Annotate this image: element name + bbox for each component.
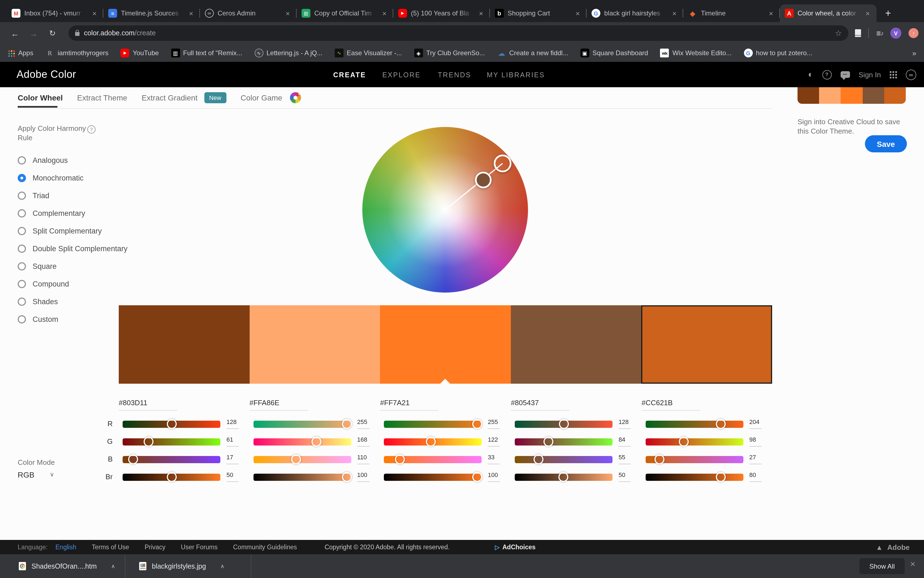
bookmark-item[interactable]: Wix Website Edito... — [660, 49, 732, 57]
slider-value[interactable]: 128 — [618, 419, 629, 425]
bookmarks-overflow-icon[interactable]: » — [913, 49, 916, 57]
harmony-option[interactable]: Triad — [18, 187, 128, 204]
slider-handle[interactable] — [559, 472, 569, 482]
hex-value[interactable]: #CC621B — [641, 399, 772, 407]
radio-icon[interactable] — [18, 191, 26, 200]
footer-link[interactable]: Terms of Use — [92, 544, 129, 550]
close-downloads-icon[interactable] — [910, 559, 916, 569]
feedback-chat-icon[interactable] — [840, 71, 850, 78]
harmony-option[interactable]: Split Complementary — [18, 222, 128, 240]
browser-tab[interactable]: black girl hairstyles — [587, 5, 683, 22]
slider-handle[interactable] — [543, 437, 553, 446]
bookmark-item[interactable]: Full text of "Remix... — [171, 49, 242, 57]
language-link[interactable]: English — [55, 544, 76, 550]
radio-icon[interactable] — [18, 297, 26, 305]
slider-value[interactable]: 80 — [749, 471, 756, 478]
slider-value[interactable]: 122 — [488, 436, 498, 443]
browser-tab[interactable]: (5) 100 Years of Bla — [393, 5, 490, 22]
harmony-option[interactable]: Complementary — [18, 204, 128, 222]
slider-track-b[interactable] — [515, 456, 613, 463]
forward-icon[interactable] — [29, 28, 39, 38]
slider-track-r[interactable] — [515, 421, 613, 428]
nav-my-libraries[interactable]: MY LIBRARIES — [487, 71, 545, 79]
profile-avatar[interactable]: V — [890, 28, 901, 39]
url-text[interactable]: color.adobe.com/create — [84, 29, 156, 37]
slider-handle[interactable] — [679, 437, 689, 446]
slider-track-g[interactable] — [515, 438, 613, 445]
creative-cloud-icon[interactable] — [906, 69, 916, 80]
slider-handle[interactable] — [128, 455, 138, 464]
browser-tab[interactable]: Timeline.js Sources — [103, 5, 200, 22]
slider-track-g[interactable] — [253, 438, 351, 445]
radio-icon[interactable] — [18, 156, 26, 164]
radio-icon[interactable] — [18, 315, 26, 323]
brand-logo[interactable]: Adobe Color — [16, 68, 76, 81]
close-tab-icon[interactable] — [381, 9, 388, 17]
harmony-help-icon[interactable] — [87, 125, 96, 133]
close-tab-icon[interactable] — [670, 9, 678, 17]
radio-icon[interactable] — [18, 209, 26, 217]
wheel-handle-secondary[interactable] — [475, 172, 491, 188]
show-all-button[interactable]: Show All — [859, 558, 904, 574]
sign-in-link[interactable]: Sign In — [859, 70, 881, 79]
download-item[interactable]: blackgirlstyles.jpg — [139, 554, 224, 578]
hex-value[interactable]: #FF7A21 — [380, 399, 511, 407]
close-tab-icon[interactable] — [574, 9, 582, 17]
harmony-option[interactable]: Monochromatic — [18, 169, 128, 187]
slider-value[interactable]: 255 — [488, 419, 498, 425]
slider-handle[interactable] — [559, 419, 569, 429]
footer-link[interactable]: User Forums — [181, 544, 218, 550]
harmony-option[interactable]: Shades — [18, 292, 128, 310]
close-tab-icon[interactable] — [864, 9, 872, 17]
contrast-icon[interactable] — [808, 70, 813, 80]
slider-value[interactable]: 110 — [357, 454, 367, 460]
hex-value[interactable]: #FFA86E — [249, 399, 380, 407]
address-bar[interactable]: color.adobe.com/create — [68, 25, 849, 41]
color-swatch[interactable] — [119, 305, 249, 384]
slider-track-br[interactable] — [645, 474, 743, 481]
slider-handle[interactable] — [342, 472, 351, 482]
bookmark-item[interactable]: Apps — [8, 49, 33, 57]
bookmark-item[interactable]: YouTube — [121, 49, 159, 57]
help-icon[interactable] — [822, 70, 831, 79]
slider-value[interactable]: 204 — [749, 419, 760, 425]
new-tab-button[interactable]: + — [880, 5, 896, 22]
extension-playlist-icon[interactable] — [876, 29, 883, 37]
nav-trends[interactable]: TRENDS — [438, 71, 472, 79]
slider-value[interactable]: 61 — [226, 436, 233, 443]
slider-track-r[interactable] — [384, 421, 482, 428]
slider-track-br[interactable] — [123, 474, 220, 481]
slider-value[interactable]: 168 — [357, 436, 367, 443]
slider-track-br[interactable] — [515, 474, 613, 481]
radio-icon[interactable] — [18, 244, 26, 253]
back-icon[interactable] — [10, 28, 20, 38]
harmony-option[interactable]: Custom — [18, 310, 128, 328]
radio-icon[interactable] — [18, 279, 26, 288]
lock-icon[interactable] — [75, 32, 80, 36]
slider-track-r[interactable] — [253, 421, 351, 428]
slider-value[interactable]: 27 — [749, 454, 756, 460]
nav-create[interactable]: CREATE — [333, 71, 366, 79]
slider-value[interactable]: 84 — [618, 436, 625, 443]
tab-extract-gradient[interactable]: Extract Gradient — [142, 93, 197, 102]
slider-handle[interactable] — [143, 437, 153, 446]
browser-tab[interactable]: Copy of Official Tim — [296, 5, 393, 22]
slider-value[interactable]: 17 — [226, 454, 233, 460]
slider-value[interactable]: 100 — [357, 471, 367, 478]
footer-link[interactable]: Privacy — [145, 544, 166, 550]
browser-tab[interactable]: Timeline — [683, 5, 780, 22]
slider-handle[interactable] — [654, 455, 664, 464]
slider-handle[interactable] — [291, 455, 301, 464]
chrome-update-icon[interactable] — [909, 28, 919, 38]
harmony-option[interactable]: Double Split Complementary — [18, 240, 128, 257]
slider-handle[interactable] — [472, 419, 482, 429]
color-swatch[interactable] — [511, 305, 641, 384]
tab-extract-theme[interactable]: Extract Theme — [77, 93, 127, 102]
slider-handle[interactable] — [167, 419, 177, 429]
hex-value[interactable]: #803D11 — [119, 399, 249, 407]
app-grid-icon[interactable] — [890, 71, 897, 78]
slider-track-r[interactable] — [645, 421, 743, 428]
slider-handle[interactable] — [395, 455, 405, 464]
bookmark-star-icon[interactable] — [835, 29, 842, 37]
footer-link[interactable]: Community Guidelines — [233, 544, 297, 550]
